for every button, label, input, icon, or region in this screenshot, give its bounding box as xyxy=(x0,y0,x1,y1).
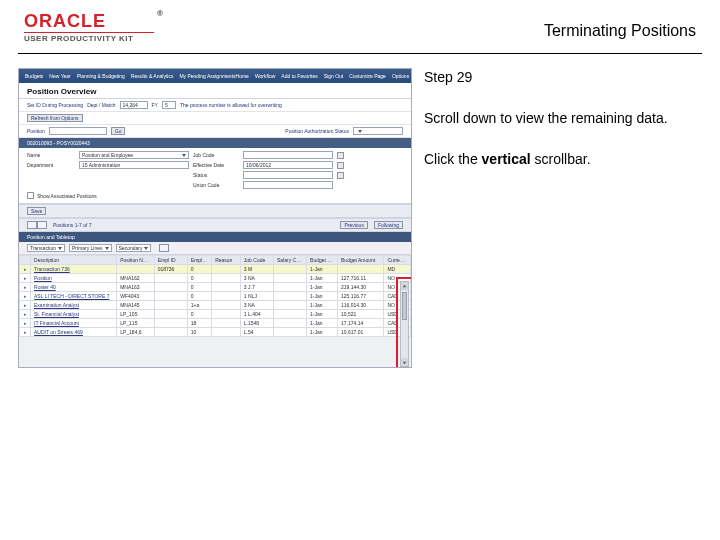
col-budgetonly[interactable]: Budget Only xyxy=(307,256,338,265)
cell-budgetonly: 1-Jan xyxy=(307,283,338,292)
calendar-icon[interactable] xyxy=(337,162,344,169)
cell-emplrcd: 0 xyxy=(187,265,211,274)
dept-field[interactable]: 14,264 xyxy=(120,101,148,109)
cell-description[interactable]: AUDIT on Streets 469 xyxy=(31,328,117,337)
hint-label: The process number is allowed for overwr… xyxy=(180,102,403,108)
table-row[interactable]: ▸St. Financial AnalystLP_10501 L.4041-Ja… xyxy=(20,310,411,319)
scroll-track[interactable] xyxy=(401,290,408,358)
cell-emplid xyxy=(154,301,187,310)
fy-label: FY xyxy=(152,102,158,108)
expand-icon[interactable]: ▸ xyxy=(20,301,31,310)
scroll-down-arrow-icon[interactable] xyxy=(401,358,408,366)
vertical-scrollbar[interactable] xyxy=(400,281,409,367)
favorites-link[interactable]: Add to Favorites xyxy=(281,73,317,79)
cell-position xyxy=(117,265,155,274)
options-link[interactable]: Options xyxy=(392,73,409,79)
expand-icon[interactable]: ▸ xyxy=(20,274,31,283)
table-row[interactable]: ▸Examination AnalystMNA1451+a3 NA1-Jan11… xyxy=(20,301,411,310)
status-field[interactable] xyxy=(243,171,333,179)
table-row[interactable]: ▸Roster 40MNA16303 J.71-Jan219,144.30NO xyxy=(20,283,411,292)
home-link[interactable]: Home xyxy=(236,73,249,79)
cell-description[interactable]: Position xyxy=(31,274,117,283)
cell-reason xyxy=(212,283,241,292)
grid-expand-icon[interactable] xyxy=(159,244,169,252)
crumb[interactable]: New Year xyxy=(49,73,70,79)
table-row[interactable]: ▸Transaction 73601873603 M1-JanMD xyxy=(20,265,411,274)
cell-salary xyxy=(273,265,306,274)
workflow-link[interactable]: Workflow xyxy=(255,73,275,79)
auth-status-select[interactable] xyxy=(353,127,403,135)
signout-link[interactable]: Sign Out xyxy=(324,73,343,79)
job-field[interactable] xyxy=(243,151,333,159)
table-row[interactable]: ▸ASL LI TECH - DIRECT STORE 7WF404301 NL… xyxy=(20,292,411,301)
show-committed-checkbox[interactable]: Show Associated Positions xyxy=(27,192,97,199)
cell-description[interactable]: Examination Analyst xyxy=(31,301,117,310)
lookup-icon[interactable] xyxy=(337,172,344,179)
position-input[interactable] xyxy=(49,127,107,135)
cell-description[interactable]: ASL LI TECH - DIRECT STORE 7 xyxy=(31,292,117,301)
cell-emplrcd: 1+a xyxy=(187,301,211,310)
status-label: Status xyxy=(193,172,239,178)
table-row[interactable]: ▸PositionMNA16203 NA1-Jan127,716.11NO xyxy=(20,274,411,283)
dept2-label: Department xyxy=(27,162,75,168)
cell-salary xyxy=(273,283,306,292)
cell-budgetonly: 1-Jan xyxy=(307,274,338,283)
details-panel: Name Position and Employee Job Code Depa… xyxy=(19,148,411,204)
col-currency[interactable]: Currency xyxy=(384,256,411,265)
expand-icon[interactable]: ▸ xyxy=(20,292,31,301)
tab-secondary[interactable]: Secondary xyxy=(116,244,152,252)
view-toggle[interactable] xyxy=(27,221,47,229)
setid-label: Set ID During Processing xyxy=(27,102,83,108)
eff-field[interactable]: 10/06/2012 xyxy=(243,161,333,169)
fy-field[interactable]: 5 xyxy=(162,101,176,109)
scroll-thumb[interactable] xyxy=(402,292,407,320)
expand-icon[interactable]: ▸ xyxy=(20,328,31,337)
table-row[interactable]: ▸IT Financial AccountLP_11518L.15481-Jan… xyxy=(20,319,411,328)
name-select[interactable]: Position and Employee xyxy=(79,151,189,159)
cell-reason xyxy=(212,319,241,328)
crumb[interactable]: My Pending Assignments xyxy=(179,73,235,79)
tab-primary[interactable]: Primary Lines xyxy=(69,244,112,252)
cell-budgetamt: 116,014.30 xyxy=(338,301,384,310)
cell-budgetamt: 125,116.77 xyxy=(338,292,384,301)
cell-emplid xyxy=(154,328,187,337)
cell-description[interactable]: Transaction 736 xyxy=(31,265,117,274)
col-jobcode[interactable]: Job Code xyxy=(240,256,273,265)
expand-icon[interactable]: ▸ xyxy=(20,265,31,274)
refresh-button[interactable]: Refresh from Options xyxy=(27,114,83,122)
cell-description[interactable]: IT Financial Account xyxy=(31,319,117,328)
col-salary[interactable]: Salary Code xyxy=(273,256,306,265)
expand-icon[interactable]: ▸ xyxy=(20,283,31,292)
save-button[interactable]: Save xyxy=(27,207,46,215)
previous-button[interactable]: Previous xyxy=(340,221,367,229)
cell-description[interactable]: Roster 40 xyxy=(31,283,117,292)
tab-transaction[interactable]: Transaction xyxy=(27,244,65,252)
table-row[interactable]: ▸AUDIT on Streets 469LP_184,610L.541-Jan… xyxy=(20,328,411,337)
expand-icon[interactable]: ▸ xyxy=(20,310,31,319)
col-position[interactable]: Position Number xyxy=(117,256,155,265)
crumb[interactable]: Results & Analytics xyxy=(131,73,174,79)
lookup-icon[interactable] xyxy=(337,152,344,159)
scroll-up-arrow-icon[interactable] xyxy=(401,282,408,290)
col-emplid[interactable]: Empl ID xyxy=(154,256,187,265)
customize-link[interactable]: Customize Page xyxy=(349,73,386,79)
cell-emplrcd: 10 xyxy=(187,328,211,337)
dept2-field[interactable]: 15 Administration xyxy=(79,161,189,169)
checkbox-label: Show Associated Positions xyxy=(37,193,97,199)
col-emplrcd[interactable]: Empl Rcd xyxy=(187,256,211,265)
col-reason[interactable]: Reason xyxy=(212,256,241,265)
cell-description[interactable]: St. Financial Analyst xyxy=(31,310,117,319)
crumb[interactable]: Planning & Budgeting xyxy=(77,73,125,79)
cell-salary xyxy=(273,319,306,328)
expand-icon[interactable]: ▸ xyxy=(20,319,31,328)
cell-jobcode: 1 L.404 xyxy=(240,310,273,319)
go-button[interactable]: Go xyxy=(111,127,126,135)
cell-jobcode: L.1548 xyxy=(240,319,273,328)
instruction-text: scrollbar. xyxy=(531,151,591,167)
union-field[interactable] xyxy=(243,181,333,189)
record-count: Positions 1-7 of 7 xyxy=(53,222,92,228)
crumb[interactable]: Budgets xyxy=(25,73,43,79)
col-budgetamt[interactable]: Budget Amount xyxy=(338,256,384,265)
following-button[interactable]: Following xyxy=(374,221,403,229)
col-description[interactable]: Description xyxy=(31,256,117,265)
